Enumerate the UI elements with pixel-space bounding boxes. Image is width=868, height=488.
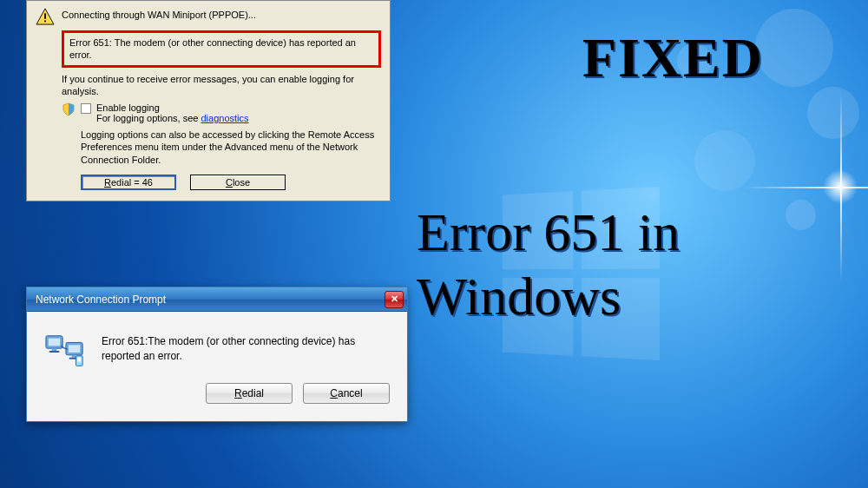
redial-button[interactable]: Redial [206, 383, 293, 404]
enable-logging-label: Enable logging [96, 102, 160, 113]
svg-rect-5 [52, 348, 57, 351]
network-connection-prompt-dialog: Network Connection Prompt ✕ Error 651:Th… [26, 287, 408, 422]
svg-rect-6 [49, 351, 60, 353]
svg-rect-12 [77, 358, 81, 362]
close-button[interactable]: Close [190, 175, 286, 190]
logging-options-prefix: For logging options, see [96, 113, 201, 123]
diagnostics-link[interactable]: diagnostics [201, 113, 248, 123]
logging-note: Logging options can also be accessed by … [81, 129, 381, 166]
redial-button[interactable]: Redial = 46 [81, 175, 176, 190]
cancel-button[interactable]: Cancel [303, 383, 390, 404]
error-message: Error 651:The modem (or other connecting… [102, 331, 390, 364]
dialog-title: Network Connection Prompt [36, 293, 166, 306]
headline-main: Error 651 in Windows [417, 200, 816, 329]
continue-message: If you continue to receive error message… [62, 73, 381, 98]
headline-fixed: FIXED [582, 26, 764, 90]
close-icon[interactable]: ✕ [385, 291, 404, 308]
svg-rect-8 [69, 345, 80, 353]
error-highlight-box: Error 651: The modem (or other connectin… [62, 30, 381, 68]
shield-icon [62, 102, 76, 116]
svg-rect-2 [44, 21, 46, 23]
warning-icon [36, 8, 55, 25]
error-dialog-wan: Connecting through WAN Miniport (PPPOE).… [26, 0, 391, 201]
svg-rect-4 [49, 339, 60, 346]
network-icon [44, 331, 86, 367]
enable-logging-checkbox[interactable] [81, 103, 91, 114]
svg-rect-1 [44, 13, 46, 18]
connecting-text: Connecting through WAN Miniport (PPPOE).… [62, 8, 256, 20]
